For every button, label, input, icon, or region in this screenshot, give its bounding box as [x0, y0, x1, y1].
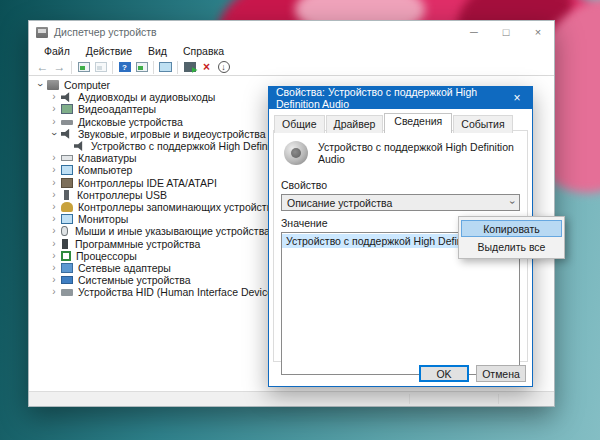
- remote-computer-icon[interactable]: [157, 60, 174, 75]
- tree-item-label: Программные устройства: [75, 238, 200, 250]
- keyboard-icon: [61, 155, 73, 161]
- chevron-right-icon[interactable]: ›: [48, 165, 60, 175]
- computer-icon: [47, 80, 59, 90]
- property-label: Свойство: [281, 179, 520, 191]
- chevron-right-icon[interactable]: ›: [48, 239, 60, 249]
- menu-help[interactable]: Справка: [175, 45, 232, 57]
- mouse-icon: [61, 226, 68, 236]
- tree-item-label: Процессоры: [76, 250, 137, 262]
- chevron-right-icon[interactable]: ›: [48, 178, 60, 188]
- chevron-right-icon[interactable]: ›: [48, 226, 60, 236]
- help-icon[interactable]: ?: [116, 60, 133, 75]
- forward-icon[interactable]: →: [51, 60, 68, 75]
- chevron-right-icon[interactable]: ›: [48, 251, 60, 261]
- maximize-button[interactable]: □: [490, 21, 522, 43]
- system-device-icon: [61, 276, 73, 284]
- minimize-button[interactable]: ─: [458, 21, 490, 43]
- properties-icon[interactable]: [92, 60, 109, 75]
- monitor-icon: [61, 214, 73, 224]
- dialog-close-icon[interactable]: ×: [502, 87, 532, 109]
- monitor-icon: [61, 165, 73, 175]
- device-manager-icon: [36, 27, 48, 38]
- network-adapter-icon: [61, 263, 73, 273]
- tree-item-label: Устройства HID (Human Interface Devices): [78, 286, 282, 298]
- tree-item-label: Звуковые, игровые и видеоустройства: [78, 128, 266, 140]
- window-titlebar[interactable]: Диспетчер устройств ─ □ ×: [29, 21, 554, 43]
- tree-item-label: Сетевые адаптеры: [78, 262, 171, 274]
- chevron-right-icon[interactable]: ›: [48, 263, 60, 273]
- chevron-right-icon[interactable]: ›: [48, 287, 60, 297]
- menu-action[interactable]: Действие: [78, 45, 140, 57]
- context-menu-select-all[interactable]: Выделить все: [461, 238, 562, 255]
- usb-icon: [64, 190, 69, 200]
- dialog-titlebar[interactable]: Свойства: Устройство с поддержкой High D…: [269, 87, 532, 109]
- video-adapter-icon: [61, 104, 73, 114]
- dialog-title: Свойства: Устройство с поддержкой High D…: [276, 86, 502, 110]
- status-divider: [498, 394, 499, 404]
- tree-item-label: Мониторы: [78, 213, 128, 225]
- menu-bar: Файл Действие Вид Справка: [29, 43, 554, 59]
- chevron-right-icon[interactable]: ›: [48, 214, 60, 224]
- tree-item-label: Контроллеры IDE ATA/ATAPI: [78, 177, 217, 189]
- chevron-right-icon[interactable]: ›: [48, 92, 60, 102]
- tree-item-label: Контроллеры запоминающих устройств: [78, 201, 272, 213]
- chevron-down-icon[interactable]: ›: [49, 128, 59, 140]
- software-device-icon: [62, 239, 68, 249]
- uninstall-device-icon[interactable]: ×: [198, 60, 215, 75]
- toolbar-separator: [112, 61, 113, 74]
- chevron-right-icon[interactable]: ›: [48, 153, 60, 163]
- device-name: Устройство с поддержкой High Definition …: [318, 141, 520, 165]
- toolbar: ← → ? × ↓: [29, 59, 554, 76]
- ide-controller-icon: [61, 178, 73, 188]
- toolbar-separator: [153, 61, 154, 74]
- chevron-right-icon[interactable]: ›: [48, 190, 60, 200]
- action-pane-icon[interactable]: [133, 60, 150, 75]
- tree-item-label: Computer: [64, 79, 110, 91]
- audio-icon: [74, 141, 86, 151]
- window-title: Диспетчер устройств: [54, 26, 157, 38]
- property-dropdown[interactable]: Описание устройства ›: [281, 194, 520, 211]
- cancel-button[interactable]: Отмена: [476, 365, 526, 382]
- chevron-right-icon[interactable]: ›: [48, 202, 60, 212]
- status-divider: [409, 394, 410, 404]
- property-dropdown-value: Описание устройства: [287, 197, 511, 209]
- tab-driver[interactable]: Драйвер: [326, 115, 384, 133]
- cpu-icon: [61, 251, 71, 261]
- tree-item-label: Видеоадаптеры: [78, 103, 156, 115]
- context-menu: Копировать Выделить все: [458, 216, 565, 259]
- tree-item-label: Контроллеры USB: [77, 189, 167, 201]
- status-bar: [29, 391, 554, 406]
- chevron-right-icon[interactable]: ›: [48, 275, 60, 285]
- console-tree-icon[interactable]: [75, 60, 92, 75]
- context-menu-copy[interactable]: Копировать: [461, 220, 562, 237]
- audio-icon: [61, 129, 73, 139]
- disable-device-icon[interactable]: ↓: [215, 60, 232, 75]
- tree-item-label: Мыши и иные указывающие устройства: [75, 225, 270, 237]
- tree-item-label: Дисковые устройства: [78, 116, 183, 128]
- ok-button[interactable]: OK: [419, 365, 469, 382]
- hid-icon: [61, 289, 73, 296]
- tab-general[interactable]: Общие: [274, 115, 325, 133]
- tree-item-label: Компьютер: [78, 164, 132, 176]
- tree-item-label: Системные устройства: [78, 274, 191, 286]
- speaker-device-icon: [284, 141, 308, 165]
- tree-item-label: Клавиатуры: [78, 152, 137, 164]
- close-button[interactable]: ×: [522, 21, 554, 43]
- menu-file[interactable]: Файл: [36, 45, 78, 57]
- tab-events[interactable]: События: [453, 115, 512, 133]
- scan-hardware-icon[interactable]: [181, 60, 198, 75]
- desktop-background: Диспетчер устройств ─ □ × Файл Действие …: [0, 0, 600, 440]
- chevron-right-icon[interactable]: ›: [48, 104, 60, 114]
- tree-item-label: Аудиовходы и аудиовыходы: [78, 91, 215, 103]
- storage-controller-icon: [61, 202, 73, 212]
- dialog-tabs: Общие Драйвер Сведения События: [269, 109, 532, 133]
- back-icon[interactable]: ←: [34, 60, 51, 75]
- toolbar-separator: [71, 61, 72, 74]
- chevron-right-icon[interactable]: ›: [48, 117, 60, 127]
- menu-view[interactable]: Вид: [140, 45, 175, 57]
- disk-icon: [61, 120, 73, 125]
- tab-details[interactable]: Сведения: [384, 113, 452, 133]
- toolbar-separator: [177, 61, 178, 74]
- chevron-down-icon: ›: [507, 201, 518, 204]
- chevron-down-icon[interactable]: ›: [35, 79, 45, 91]
